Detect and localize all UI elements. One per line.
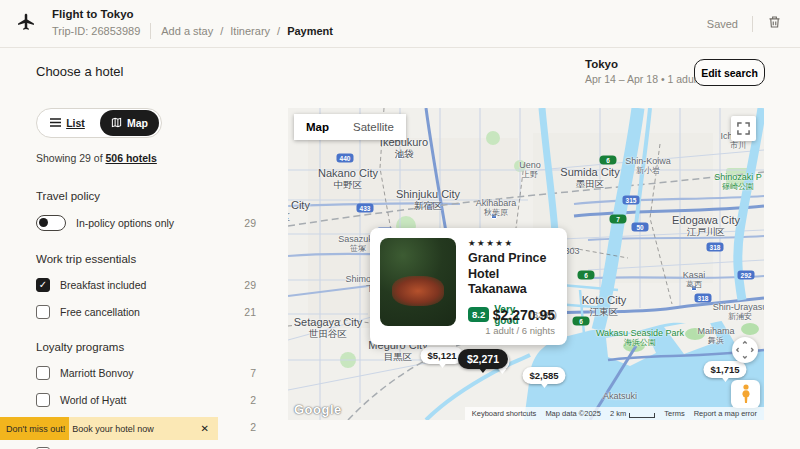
in-policy-count: 29 [244, 217, 256, 229]
hotel-price-sub: 1 adult / 6 nights [485, 325, 555, 336]
filter-label: Free cancellation [60, 306, 140, 318]
road-badge: 318 [707, 243, 724, 252]
results-summary: Showing 29 of 506 hotels [36, 152, 256, 164]
filter-label: Breakfast included [60, 279, 146, 291]
pan-control[interactable] [732, 337, 758, 363]
report-error-link[interactable]: Report a map error [694, 409, 757, 418]
map-attribution: Keyboard shortcuts Map data ©2025 2 km T… [465, 407, 764, 420]
trash-icon[interactable] [767, 14, 782, 34]
filter-label: World of Hyatt [60, 394, 126, 406]
breadcrumb-item-payment[interactable]: Payment [287, 25, 333, 37]
list-view-label: List [66, 117, 85, 129]
checkbox-unchecked[interactable] [36, 393, 50, 407]
map-type-map-button[interactable]: Map [294, 121, 341, 133]
filter-count: 2 [250, 394, 256, 406]
search-summary: Tokyo Apr 14 – Apr 18 • 1 adult [585, 58, 699, 85]
station-dot [691, 285, 697, 291]
road-badge: 318 [695, 294, 712, 303]
in-policy-toggle-row: In-policy options only 29 [36, 215, 256, 231]
travel-policy-heading: Travel policy [36, 190, 256, 202]
checkbox-unchecked[interactable] [36, 305, 50, 319]
promo-banner: Don't miss out! Book your hotel now ✕ [0, 417, 218, 440]
price-marker[interactable]: $2,585 [522, 367, 565, 384]
promo-close-icon[interactable]: ✕ [201, 423, 218, 434]
map-icon [111, 117, 122, 130]
google-logo: Google [294, 402, 342, 417]
price-marker[interactable]: $5,121 [420, 347, 463, 364]
map-type-control: Map Satellite [294, 114, 406, 140]
destination: Tokyo [585, 58, 699, 70]
hotel-price: $2,270.95 [485, 307, 555, 323]
trip-title: Flight to Tokyo [52, 8, 333, 20]
map-type-satellite-button[interactable]: Satellite [341, 121, 406, 133]
results-count-link[interactable]: 506 hotels [105, 152, 156, 164]
view-toggle: List Map [36, 108, 162, 138]
station-dot [397, 153, 403, 159]
keyboard-shortcuts-link[interactable]: Keyboard shortcuts [472, 409, 537, 418]
filter-count: 29 [244, 279, 256, 291]
station-dot [426, 204, 432, 210]
road-badge: 440 [337, 154, 354, 163]
saved-status: Saved [707, 18, 738, 30]
road-badge: 433 [357, 204, 374, 213]
map-view-button[interactable]: Map [100, 110, 159, 136]
hotel-stars: ★★★★★ [468, 238, 557, 248]
hotel-photo [380, 238, 456, 326]
road-badge: 50 [632, 223, 649, 232]
flight-icon [16, 12, 36, 36]
filter-row: World of Hyatt2 [36, 393, 256, 407]
filters-sidebar: List Map Showing 29 of 506 hotels Travel… [36, 108, 256, 449]
hotel-card[interactable]: ★★★★★ Grand Prince Hotel Takanawa 8.2 Ve… [370, 228, 567, 345]
road-badge: 6 [600, 156, 617, 165]
terms-link[interactable]: Terms [664, 409, 684, 418]
trip-info: Flight to Tokyo Trip-ID: 26853989 Add a … [52, 8, 333, 39]
promo-highlight: Don't miss out! [0, 417, 69, 440]
date-summary: Apr 14 – Apr 18 • 1 adult [585, 73, 699, 85]
edit-search-button[interactable]: Edit search [694, 59, 765, 86]
breadcrumb-item-itinerary[interactable]: Itinerary [230, 25, 270, 37]
filter-count: 2 [250, 421, 256, 433]
road-badge: 292 [738, 271, 755, 280]
price-marker-selected[interactable]: $2,271 [458, 349, 508, 369]
map-canvas[interactable]: Ikebukuro池袋Nakano City中野区Shinjuku City新宿… [288, 108, 764, 420]
road-badge: 6 [578, 271, 595, 280]
street-view-pegman[interactable] [731, 380, 760, 408]
map-scale: 2 km [610, 409, 655, 418]
work-trip-heading: Work trip essentials [36, 253, 256, 265]
trip-id: Trip-ID: 26853989 [52, 25, 140, 37]
hotel-name: Grand Prince Hotel Takanawa [468, 251, 557, 298]
road-badge: 315 [623, 196, 640, 205]
filter-row: Free cancellation21 [36, 305, 256, 319]
page-title: Choose a hotel [36, 64, 123, 79]
road-badge: 6 [573, 317, 590, 326]
breadcrumb-item-add-a-stay[interactable]: Add a stay [161, 25, 213, 37]
road-badge: 7 [610, 215, 627, 224]
divider [150, 23, 151, 39]
checkbox-checked[interactable]: ✓ [36, 278, 50, 292]
topbar: Flight to Tokyo Trip-ID: 26853989 Add a … [0, 0, 800, 48]
list-icon [50, 117, 61, 129]
in-policy-toggle[interactable] [36, 215, 66, 231]
toggle-knob [39, 218, 48, 227]
map-data-label: Map data ©2025 [545, 409, 601, 418]
filter-row: ✓Breakfast included29 [36, 278, 256, 292]
work-trip-filter-list: ✓Breakfast included29Free cancellation21 [36, 278, 256, 319]
promo-message: Book your hotel now [69, 424, 154, 434]
fullscreen-button[interactable] [731, 116, 756, 141]
breadcrumb-separator: / [220, 25, 223, 37]
loyalty-heading: Loyalty programs [36, 341, 256, 353]
filter-count: 7 [250, 367, 256, 379]
in-policy-label: In-policy options only [76, 217, 174, 229]
station-dot [491, 213, 497, 219]
filter-count: 21 [244, 306, 256, 318]
filter-label: Marriott Bonvoy [60, 367, 134, 379]
breadcrumb: Add a stay/Itinerary/Payment [161, 25, 333, 37]
map-view-label: Map [127, 117, 148, 129]
checkbox-unchecked[interactable] [36, 366, 50, 380]
price-marker[interactable]: $1,715 [703, 361, 746, 378]
filter-row: Marriott Bonvoy7 [36, 366, 256, 380]
divider [752, 16, 753, 32]
list-view-button[interactable]: List [37, 117, 98, 129]
breadcrumb-separator: / [277, 25, 280, 37]
